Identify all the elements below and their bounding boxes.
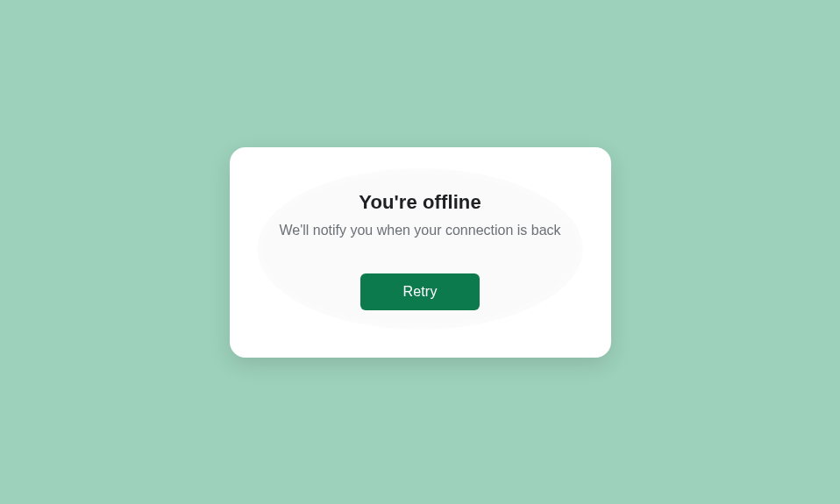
modal-content: You're offline We'll notify you when you… — [230, 191, 611, 310]
retry-button[interactable]: Retry — [360, 273, 479, 310]
offline-modal: You're offline We'll notify you when you… — [230, 147, 611, 358]
offline-subtitle: We'll notify you when your connection is… — [279, 223, 560, 238]
offline-title: You're offline — [359, 191, 481, 214]
